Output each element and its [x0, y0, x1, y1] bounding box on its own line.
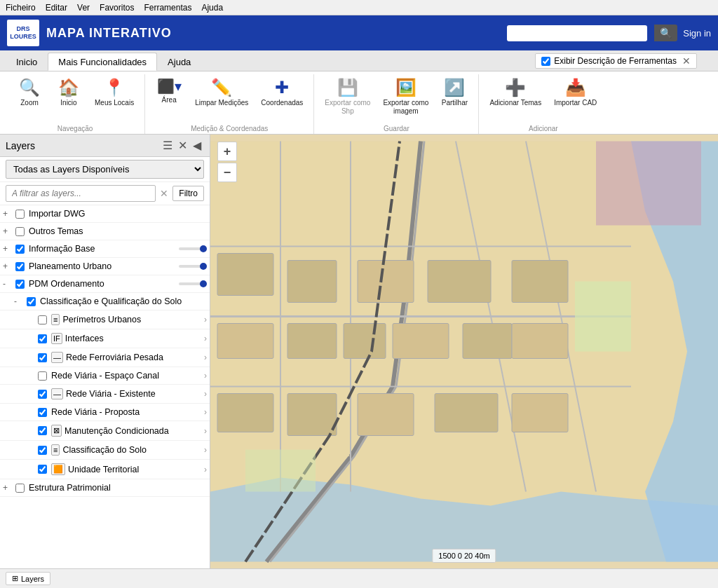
- layer-expand-btn[interactable]: +: [3, 209, 14, 219]
- tab-ajuda[interactable]: Ajuda: [157, 53, 201, 71]
- layer-item-manutencao_condicionada[interactable]: ⊠Manutenção Condicionada›: [0, 421, 210, 441]
- layer-expand-btn[interactable]: +: [3, 244, 14, 254]
- zoom-out-button[interactable]: −: [217, 163, 237, 182]
- layer-checkbox-rede_viaria_existente[interactable]: [38, 390, 47, 399]
- layer-checkbox-outros_temas[interactable]: [15, 227, 25, 236]
- layer-chevron-icon[interactable]: ›: [204, 426, 207, 436]
- layer-checkbox-rede_ferroviaria[interactable]: [38, 353, 47, 362]
- layer-checkbox-importar_dwg[interactable]: [15, 210, 25, 219]
- layer-name-importar_dwg: Importar DWG: [29, 209, 207, 219]
- ribbon-btn-area[interactable]: ⬛▾ Área: [151, 74, 187, 108]
- layer-item-pdm_ordenamento[interactable]: -PDM Ordenamento: [0, 275, 210, 293]
- layer-checkbox-pdm_ordenamento[interactable]: [15, 280, 25, 289]
- layer-icon-manutencao_condicionada: ⊠: [51, 425, 62, 437]
- ribbon-btn-limpar[interactable]: ✏️ Limpar Medições: [190, 74, 253, 111]
- layer-name-rede_viaria_existente: Rede Viária - Existente: [66, 389, 204, 399]
- layer-item-outros_temas[interactable]: +Outros Temas: [0, 223, 210, 240]
- layer-expand-btn[interactable]: +: [3, 226, 14, 236]
- ribbon-btn-exportar-shp[interactable]: 💾 Exportar comoShp: [320, 74, 375, 119]
- ribbon-btn-coordenadas[interactable]: ✚ Coordenadas: [256, 74, 308, 111]
- layer-checkbox-rede_viaria_proposta[interactable]: [38, 408, 47, 417]
- layer-item-unidade_territorial[interactable]: 🟧Unidade Territorial›: [0, 460, 210, 479]
- layer-checkbox-unidade_territorial[interactable]: [38, 465, 47, 474]
- tab-mais-funcionalidades[interactable]: Mais Funcionalidades: [48, 53, 157, 71]
- layer-opacity-slider[interactable]: [179, 282, 207, 285]
- layer-checkbox-planeamento_urbano[interactable]: [15, 262, 25, 271]
- layer-opacity-slider[interactable]: [179, 265, 207, 268]
- logo: DRS LOURES: [7, 20, 39, 46]
- layer-icon-unidade_territorial: 🟧: [51, 463, 65, 475]
- menu-favoritos[interactable]: Favoritos: [100, 3, 134, 13]
- map-area[interactable]: + − 1500 0 20 40m: [210, 135, 718, 568]
- ribbon-btn-importar-cad[interactable]: 📥 Importar CAD: [549, 74, 602, 111]
- layer-checkbox-class_solo[interactable]: [38, 446, 47, 455]
- svg-rect-17: [358, 394, 414, 436]
- layer-opacity-slider[interactable]: [179, 247, 207, 250]
- menu-ajuda[interactable]: Ajuda: [201, 3, 223, 13]
- ribbon-btn-exportar-img[interactable]: 🖼️ Exportar comoimagem: [378, 74, 433, 119]
- layer-expand-btn[interactable]: -: [3, 279, 14, 289]
- layer-item-rede_viaria_proposta[interactable]: Rede Viária - Proposta›: [0, 404, 210, 421]
- layer-checkbox-estrutura_patrimonial[interactable]: [15, 484, 25, 493]
- ribbon-btn-meus-locais[interactable]: 📍 Meus Locais: [90, 74, 139, 111]
- menu-ver[interactable]: Ver: [77, 3, 90, 13]
- filter-button[interactable]: Filtro: [172, 186, 204, 201]
- ribbon-btn-partilhar[interactable]: ↗️ Partilhar: [436, 74, 473, 111]
- layer-expand-btn[interactable]: +: [3, 483, 14, 493]
- layers-toggle-button[interactable]: ⊞ Layers: [6, 572, 50, 585]
- layer-chevron-icon[interactable]: ›: [204, 353, 207, 362]
- layer-item-rede_viaria_canal[interactable]: Rede Viária - Espaço Canal›: [0, 367, 210, 385]
- layer-expand-btn[interactable]: +: [3, 261, 14, 271]
- layers-collapse-button[interactable]: ◀: [190, 137, 204, 153]
- menu-ficheiro[interactable]: Ficheiro: [6, 3, 36, 13]
- img-icon: 🖼️: [395, 78, 416, 97]
- layer-chevron-icon[interactable]: ›: [204, 407, 207, 417]
- layer-item-perimetros_urbanos[interactable]: ≡Perímetros Urbanos›: [0, 310, 210, 329]
- ribbon-btn-inicio[interactable]: 🏠 Inicio: [50, 74, 87, 111]
- tab-inicio[interactable]: Inicio: [6, 53, 48, 71]
- layer-item-rede_viaria_existente[interactable]: —Rede Viária - Existente›: [0, 385, 210, 404]
- coords-icon: ✚: [275, 78, 289, 97]
- zoom-in-button[interactable]: +: [217, 142, 237, 161]
- adicionar-temas-label: Adicionar Temas: [489, 99, 541, 107]
- search-input[interactable]: [513, 28, 642, 39]
- layer-expand-btn[interactable]: -: [14, 296, 25, 306]
- layer-checkbox-manutencao_condicionada[interactable]: [38, 426, 47, 435]
- search-button[interactable]: 🔍: [654, 25, 677, 41]
- layer-checkbox-info_base[interactable]: [15, 245, 25, 254]
- layer-item-estrutura_patrimonial[interactable]: +Estrutura Patrimonial: [0, 479, 210, 497]
- layers-filter-input[interactable]: [6, 185, 156, 202]
- ribbon-group-medicao: ⬛▾ Área ✏️ Limpar Medições ✚ Coordenadas…: [145, 74, 314, 134]
- menu-ferramentas[interactable]: Ferramentas: [144, 3, 191, 13]
- layer-chevron-icon[interactable]: ›: [204, 315, 207, 324]
- layer-item-class_solo[interactable]: ≡Classificação do Solo›: [0, 441, 210, 460]
- layer-chevron-icon[interactable]: ›: [204, 371, 207, 381]
- layer-item-info_base[interactable]: +Informação Base: [0, 240, 210, 258]
- signin-button[interactable]: Sign in: [683, 28, 711, 39]
- layer-checkbox-interfaces[interactable]: [38, 334, 47, 343]
- layer-chevron-icon[interactable]: ›: [204, 334, 207, 343]
- layer-checkbox-perimetros_urbanos[interactable]: [38, 315, 47, 324]
- layers-dropdown-container: Todas as Layers Disponíveis: [0, 157, 210, 182]
- layer-item-interfaces[interactable]: IFInterfaces›: [0, 329, 210, 348]
- layers-dropdown[interactable]: Todas as Layers Disponíveis: [6, 160, 204, 179]
- menu-editar[interactable]: Editar: [46, 3, 67, 13]
- layer-name-rede_viaria_canal: Rede Viária - Espaço Canal: [51, 371, 204, 381]
- description-checkbox[interactable]: [541, 57, 550, 66]
- layer-checkbox-rede_viaria_canal[interactable]: [38, 371, 47, 381]
- ribbon-btn-zoom[interactable]: 🔍 Zoom: [11, 74, 48, 111]
- layer-chevron-icon[interactable]: ›: [204, 445, 207, 455]
- layer-item-planeamento_urbano[interactable]: +Planeamento Urbano: [0, 258, 210, 275]
- layer-item-rede_ferroviaria[interactable]: —Rede Ferroviária Pesada›: [0, 348, 210, 367]
- layer-item-class_qual_solo[interactable]: -Classificação e Qualificação do Solo: [0, 293, 210, 310]
- layers-menu-button[interactable]: ☰: [160, 137, 175, 153]
- layers-close-button[interactable]: ✕: [175, 137, 190, 153]
- ribbon-btn-adicionar-temas[interactable]: ➕ Adicionar Temas: [485, 74, 546, 111]
- layer-checkbox-class_qual_solo[interactable]: [27, 297, 36, 306]
- filter-clear-icon[interactable]: ✕: [160, 188, 168, 199]
- close-badge-icon[interactable]: ✕: [682, 55, 691, 67]
- layer-chevron-icon[interactable]: ›: [204, 389, 207, 399]
- layer-chevron-icon[interactable]: ›: [204, 465, 207, 474]
- layer-item-importar_dwg[interactable]: +Importar DWG: [0, 205, 210, 223]
- layers-toggle-icon: ⊞: [12, 574, 18, 583]
